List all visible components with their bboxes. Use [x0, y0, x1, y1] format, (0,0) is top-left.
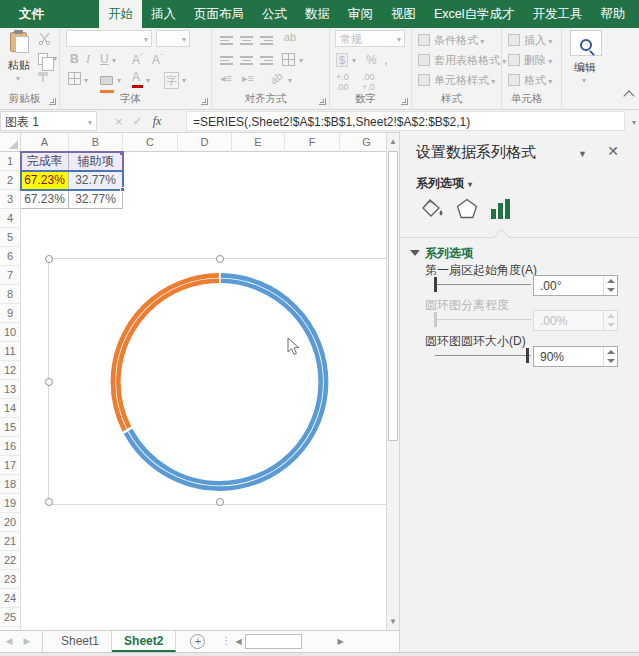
cell-A2[interactable]: 67.23%	[21, 171, 69, 190]
scroll-right-icon[interactable]: ▶	[337, 637, 343, 646]
font-dialog-launcher-icon[interactable]	[201, 98, 208, 105]
ribbon-tab-特色功能[interactable]: 特色功能	[635, 0, 639, 28]
shrink-font-button[interactable]: Aˇ	[152, 52, 163, 67]
pane-close-icon[interactable]: ✕	[607, 143, 619, 159]
column-header-G[interactable]: G	[340, 133, 386, 152]
spinner-up-icon[interactable]	[607, 350, 615, 354]
row-header-2[interactable]: 2	[0, 171, 21, 190]
row-header-23[interactable]: 23	[0, 570, 21, 589]
formula-input[interactable]: =SERIES(,Sheet2!$A$1:$B$1,Sheet2!$A$2:$B…	[186, 111, 625, 131]
cell-B1[interactable]: 辅助项	[69, 152, 123, 171]
cell-A3[interactable]: 67.23%	[21, 190, 69, 209]
comma-style-button[interactable]: ,	[384, 51, 388, 67]
align-left-icon[interactable]	[220, 54, 233, 67]
column-header-A[interactable]: A	[21, 133, 69, 152]
spinner-arrows[interactable]	[603, 276, 617, 295]
font-name-combo[interactable]: ▾	[66, 30, 152, 47]
fill-color-button[interactable]	[100, 71, 114, 93]
find-select-button[interactable]	[570, 30, 602, 56]
column-header-B[interactable]: B	[69, 133, 123, 152]
format-painter-icon[interactable]	[38, 72, 48, 82]
styles-item-2[interactable]: 套用表格格式 ▾	[418, 53, 506, 68]
sheet-tab-Sheet1[interactable]: Sheet1	[49, 631, 112, 652]
row-header-9[interactable]: 9	[0, 304, 21, 323]
scroll-up-icon[interactable]: ▲	[387, 137, 399, 146]
border-icon[interactable]	[68, 72, 81, 85]
ribbon-tab-页面布局[interactable]: 页面布局	[185, 0, 253, 28]
column-header-E[interactable]: E	[232, 133, 285, 152]
row-header-11[interactable]: 11	[0, 342, 21, 361]
clipboard-dialog-launcher-icon[interactable]	[49, 98, 56, 105]
row-header-6[interactable]: 6	[0, 247, 21, 266]
paste-button[interactable]: 粘贴 ▾	[6, 30, 34, 88]
series-options-dropdown[interactable]: 系列选项▾	[416, 175, 472, 192]
chart-object[interactable]	[48, 258, 386, 505]
styles-item-1[interactable]: 条件格式 ▾	[418, 33, 484, 48]
column-header-C[interactable]: C	[123, 133, 178, 152]
ribbon-tab-开始[interactable]: 开始	[99, 0, 142, 28]
slider-track[interactable]	[435, 319, 531, 320]
series-options-tab[interactable]	[484, 197, 518, 231]
pane-options-chevron-icon[interactable]: ▼	[578, 149, 587, 159]
ribbon-tab-Excel自学成才[interactable]: Excel自学成才	[425, 0, 524, 28]
grow-font-button[interactable]: Aˆ	[132, 52, 143, 67]
row-header-22[interactable]: 22	[0, 551, 21, 570]
slider-thumb[interactable]	[434, 277, 437, 292]
row-header-1[interactable]: 1	[0, 152, 21, 171]
increase-indent-icon[interactable]: ▸≡	[242, 72, 254, 85]
row-header-18[interactable]: 18	[0, 475, 21, 494]
fill-line-tab[interactable]	[416, 197, 450, 231]
expand-formula-bar-icon[interactable]: ▾	[632, 118, 636, 127]
underline-button[interactable]: U	[100, 52, 109, 66]
next-sheet-icon[interactable]: ▶	[18, 631, 36, 652]
new-sheet-button[interactable]: +	[190, 634, 205, 649]
merge-center-icon[interactable]	[282, 53, 295, 66]
row-header-3[interactable]: 3	[0, 190, 21, 209]
ribbon-tab-文件[interactable]: 文件	[10, 0, 53, 28]
row-header-13[interactable]: 13	[0, 380, 21, 399]
row-header-8[interactable]: 8	[0, 285, 21, 304]
font-color-button[interactable]: A	[132, 70, 143, 88]
align-top-icon[interactable]	[220, 34, 233, 47]
spinner-up-icon[interactable]	[607, 279, 615, 283]
decrease-indent-icon[interactable]: ◂≡	[220, 72, 232, 85]
row-header-15[interactable]: 15	[0, 418, 21, 437]
effects-tab[interactable]	[450, 197, 484, 231]
ribbon-tab-视图[interactable]: 视图	[382, 0, 425, 28]
row-header-17[interactable]: 17	[0, 456, 21, 475]
row-header-12[interactable]: 12	[0, 361, 21, 380]
row-header-7[interactable]: 7	[0, 266, 21, 285]
row-header-20[interactable]: 20	[0, 513, 21, 532]
wrap-text-button[interactable]: ab	[284, 31, 296, 43]
sheet-tab-Sheet2[interactable]: Sheet2	[112, 631, 176, 652]
slider-thumb[interactable]	[434, 312, 437, 327]
vertical-scrollbar[interactable]: ▲ ▼	[386, 133, 399, 630]
value-spinner-input[interactable]: .00°	[533, 275, 618, 296]
spinner-arrows[interactable]	[603, 311, 617, 330]
series-options-section-header[interactable]: 系列选项	[410, 245, 473, 262]
chart-resize-handle[interactable]	[216, 255, 224, 263]
row-header-5[interactable]: 5	[0, 228, 21, 247]
accounting-format-icon[interactable]: $	[336, 53, 348, 67]
row-header-24[interactable]: 24	[0, 589, 21, 608]
chart-resize-handle[interactable]	[216, 498, 224, 506]
spinner-up-icon[interactable]	[607, 314, 615, 318]
align-middle-icon[interactable]	[240, 34, 253, 47]
spinner-down-icon[interactable]	[607, 288, 615, 292]
alignment-dialog-launcher-icon[interactable]	[319, 98, 326, 105]
copy-icon[interactable]	[38, 53, 48, 65]
row-header-4[interactable]: 4	[0, 209, 21, 228]
row-header-25[interactable]: 25	[0, 608, 21, 627]
cells-item-1[interactable]: 插入 ▾	[508, 33, 552, 48]
column-header-D[interactable]: D	[178, 133, 232, 152]
cell-B2[interactable]: 32.77%	[69, 171, 123, 190]
styles-item-3[interactable]: 单元格样式 ▾	[418, 73, 495, 88]
align-bottom-icon[interactable]	[260, 34, 273, 47]
row-header-21[interactable]: 21	[0, 532, 21, 551]
chart-resize-handle[interactable]	[45, 498, 53, 506]
name-box[interactable]: 图表 1 ▾	[0, 111, 97, 131]
phonetic-guide-button[interactable]: 字	[164, 72, 179, 89]
number-dialog-launcher-icon[interactable]	[401, 98, 408, 105]
ribbon-tab-审阅[interactable]: 审阅	[339, 0, 382, 28]
spinner-down-icon[interactable]	[607, 323, 615, 327]
